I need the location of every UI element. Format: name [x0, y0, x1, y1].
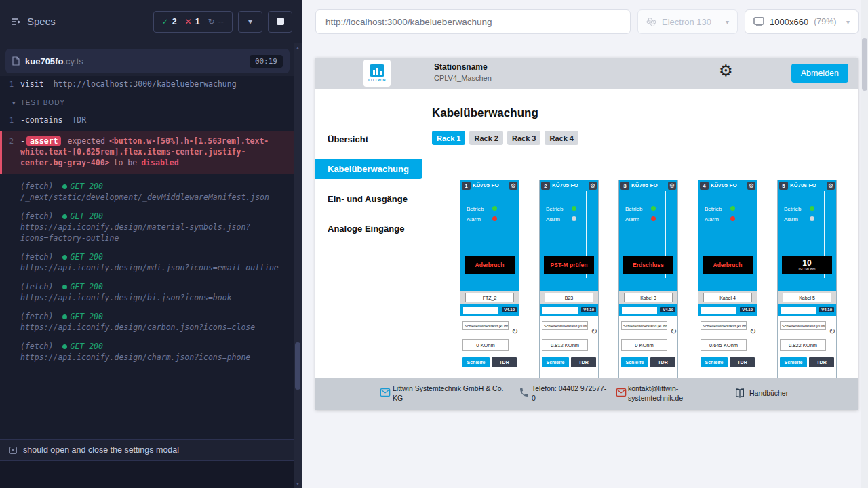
viewport-select[interactable]: 1000x660 (79%) ▾	[745, 9, 859, 34]
runner-scrollbar[interactable]: ▲ ▼	[294, 43, 302, 488]
refresh-icon[interactable]: ↻	[829, 327, 835, 336]
tdr-button[interactable]: TDR	[492, 357, 517, 367]
status-display: Aderbruch	[465, 256, 515, 274]
betrieb-label: Betrieb	[625, 206, 642, 212]
measurement-label: Schleifenwiderstand [kOhm]	[701, 321, 747, 330]
tab-rack-3[interactable]: Rack 3	[507, 131, 540, 145]
schleife-button[interactable]: Schleife	[542, 357, 569, 367]
email-icon	[616, 387, 627, 398]
fetch-log-row[interactable]: (fetch)GET 200 https://api.iconify.desig…	[0, 337, 294, 367]
fetch-url: https://api.iconify.design/carbon.json?i…	[20, 322, 281, 333]
tdr-button[interactable]: TDR	[650, 357, 675, 367]
contact-mail-icon	[380, 387, 391, 398]
logout-button[interactable]: Abmelden	[791, 64, 848, 83]
cable-strip: FTZ_2	[460, 291, 519, 304]
firmware-version: V4.19	[819, 307, 834, 312]
status-text: Erdschluss	[633, 262, 664, 268]
resistance-value: 0.812 KOhm	[542, 339, 588, 351]
page-scrollbar-thumb[interactable]	[862, 38, 867, 91]
fetch-tag: (fetch)	[20, 211, 53, 221]
schleife-button[interactable]: Schleife	[462, 357, 490, 367]
url-input[interactable]	[315, 9, 631, 34]
betrieb-label: Betrieb	[784, 206, 801, 212]
device-card: 2 KÜ705-FO ⚙ Betrieb Alarm PST-M prüfen …	[539, 180, 599, 378]
stop-button[interactable]	[268, 11, 292, 33]
card-settings-button[interactable]: ⚙	[827, 182, 835, 190]
assert-badge: assert	[26, 136, 62, 146]
scrollbar-thumb[interactable]	[295, 342, 300, 390]
card-model: KÜ705-FO	[631, 182, 658, 188]
next-test-row[interactable]: should open and close the settings modal	[0, 439, 294, 461]
cypress-runner-panel: Specs ✓2 ✕1 ↻-- ▾ kue705fo.cy.ts 00:19 1…	[0, 0, 302, 488]
alarm-label: Alarm	[546, 216, 560, 222]
viewport-icon	[753, 17, 764, 26]
alarm-label: Alarm	[705, 216, 719, 222]
card-number: 3	[620, 182, 629, 190]
fetch-log-row[interactable]: (fetch)GET 200 https://api.iconify.desig…	[0, 207, 294, 247]
tab-rack-1[interactable]: Rack 1	[432, 131, 465, 145]
fetch-log-row[interactable]: (fetch)GET 200 https://api.iconify.desig…	[0, 307, 294, 337]
sidebar-item-analoge-eingaenge[interactable]: Analoge Eingänge	[315, 214, 422, 243]
fetch-tag: (fetch)	[20, 182, 53, 191]
refresh-icon[interactable]: ↻	[670, 327, 677, 336]
status-text: PST-M prüfen	[551, 262, 588, 268]
alarm-label: Alarm	[625, 216, 639, 222]
status-display: Erdschluss	[623, 256, 673, 274]
assert-dash: -	[20, 136, 25, 146]
sidebar-item-uebersicht[interactable]: Übersicht	[315, 124, 422, 154]
refresh-icon[interactable]: ↻	[591, 327, 597, 336]
card-measure-section: Schleifenwiderstand [kOhm] ↻ 0.812 KOhm …	[540, 316, 598, 378]
browser-select[interactable]: Electron 130 ▾	[637, 9, 738, 34]
cable-name: FTZ_2	[465, 293, 514, 302]
scroll-up-icon[interactable]: ▲	[294, 45, 302, 50]
footer-manuals[interactable]: Handbücher	[749, 388, 788, 398]
fetch-status: GET 200	[70, 342, 102, 351]
fetch-log-row[interactable]: (fetch)GET 200 /_next/static/development…	[0, 177, 294, 207]
app-sidebar: Übersicht Kabelüberwachung Ein- und Ausg…	[315, 89, 422, 378]
tab-rack-2[interactable]: Rack 2	[469, 131, 502, 145]
station-label: Stationsname	[434, 62, 492, 72]
tdr-button[interactable]: TDR	[571, 357, 596, 367]
card-header: 2 KÜ705-FO ⚙	[540, 180, 598, 191]
sidebar-item-ein-und-ausgaenge[interactable]: Ein- und Ausgänge	[315, 184, 422, 214]
visit-log-row[interactable]: 1 visithttp://localhost:3000/kabelueberw…	[0, 76, 294, 92]
scroll-down-icon[interactable]: ▼	[294, 481, 302, 486]
specs-menu-button[interactable]: Specs	[11, 16, 56, 27]
failed-assert-row[interactable]: 2 -assertexpected<button.w-[50%].h-[1.56…	[0, 131, 294, 174]
card-settings-button[interactable]: ⚙	[589, 182, 597, 190]
fetch-tag: (fetch)	[20, 252, 53, 262]
fetch-log-row[interactable]: (fetch)GET 200 https://api.iconify.desig…	[0, 277, 294, 307]
tdr-button[interactable]: TDR	[809, 357, 834, 367]
fetch-status: GET 200	[70, 282, 102, 291]
settings-button[interactable]: ⚙	[719, 63, 733, 79]
spare-field	[781, 307, 816, 314]
measurement-label: Schleifenwiderstand [kOhm]	[462, 321, 509, 330]
card-model: KÜ705-FO	[552, 182, 578, 188]
tab-rack-4[interactable]: Rack 4	[545, 131, 578, 145]
contains-log-row[interactable]: 1 -containsTDR	[0, 112, 294, 128]
schleife-button[interactable]: Schleife	[621, 357, 648, 367]
collapse-button[interactable]: ▾	[238, 11, 262, 33]
passed-count: ✓2	[162, 17, 177, 26]
schleife-button[interactable]: Schleife	[780, 357, 807, 367]
aut-stage: Electron 130 ▾ 1000x660 (79%) ▾ LITTWIN …	[302, 0, 861, 488]
card-settings-button[interactable]: ⚙	[509, 182, 517, 190]
card-settings-button[interactable]: ⚙	[668, 182, 676, 190]
sidebar-item-kabelueberwachung[interactable]: Kabelüberwachung	[315, 159, 422, 179]
device-card: 1 KÜ705-FO ⚙ Betrieb Alarm Aderbruch FTZ…	[460, 180, 519, 378]
schleife-button[interactable]: Schleife	[701, 357, 728, 367]
tdr-button[interactable]: TDR	[730, 357, 755, 367]
test-body-section[interactable]: ▾ TEST BODY	[0, 92, 294, 112]
refresh-icon[interactable]: ↻	[511, 327, 518, 336]
spec-file-row[interactable]: kue705fo.cy.ts 00:19	[5, 49, 290, 73]
spec-name: kue705fo.cy.ts	[25, 56, 83, 66]
status-value: 10	[802, 259, 811, 267]
card-settings-button[interactable]: ⚙	[747, 182, 755, 190]
fetch-log-row[interactable]: (fetch)GET 200 https://api.iconify.desig…	[0, 247, 294, 277]
refresh-icon[interactable]: ↻	[749, 327, 756, 336]
status-ok-dot	[62, 344, 67, 349]
phone-icon	[519, 387, 530, 398]
page-scrollbar[interactable]	[861, 0, 868, 488]
viewport-zoom: (79%)	[814, 17, 836, 26]
test-stats: ✓2 ✕1 ↻--	[153, 11, 233, 33]
